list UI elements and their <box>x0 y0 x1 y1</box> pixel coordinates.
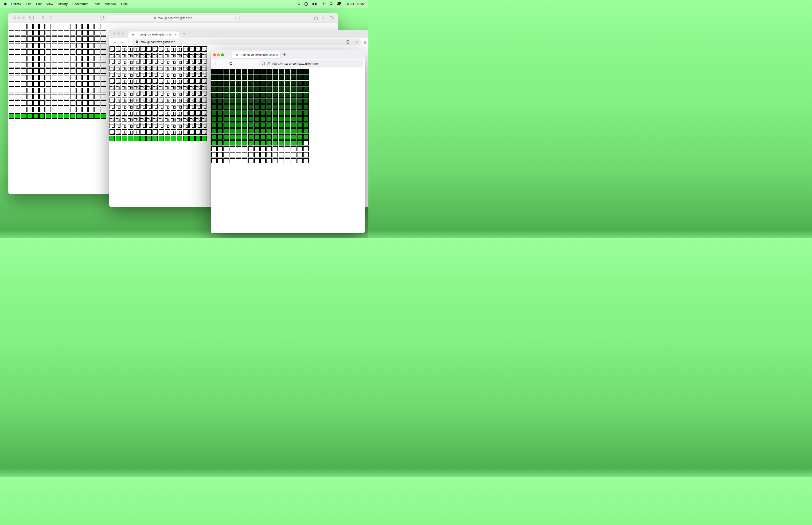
extensions-puzzle-icon[interactable] <box>363 38 367 46</box>
safari-address-bar[interactable]: max-gl-contexts.glitch.me <box>106 15 240 21</box>
forward-icon[interactable] <box>49 15 52 20</box>
broken-image-cell: ×v <box>201 52 207 58</box>
canvas-cell <box>279 87 284 92</box>
privacy-shield-icon[interactable] <box>100 15 104 20</box>
tab-overview-icon[interactable] <box>330 15 334 20</box>
canvas-cell <box>236 152 241 157</box>
chevron-down-icon[interactable] <box>36 17 39 18</box>
close-button[interactable] <box>213 53 216 56</box>
menu-view[interactable]: View <box>44 2 56 6</box>
canvas-cell <box>9 43 14 48</box>
menu-window[interactable]: Window <box>103 2 119 6</box>
canvas-cell <box>236 87 241 92</box>
broken-image-cell: ×v <box>122 72 127 77</box>
canvas-cell <box>46 81 51 87</box>
wifi-icon[interactable] <box>322 2 326 5</box>
minimize-button[interactable] <box>217 53 220 56</box>
menu-file[interactable]: File <box>24 2 34 6</box>
new-tab-icon[interactable]: + <box>183 31 186 37</box>
reload-icon[interactable] <box>126 38 130 46</box>
broken-image-cell: ×v <box>165 97 170 103</box>
reload-icon[interactable] <box>234 16 238 19</box>
chrome-address-bar[interactable]: max-gl-contexts.glitch.me ☆ <box>132 39 362 45</box>
broken-image-cell: ×v <box>147 97 152 103</box>
menu-time[interactable]: 10:32 <box>357 2 365 6</box>
canvas-cell <box>291 75 296 80</box>
apple-menu-icon[interactable] <box>4 2 7 6</box>
chrome-tab[interactable]: ∞ max-gl-contexts.glitch.me × <box>128 31 179 38</box>
canvas-cell <box>39 75 45 80</box>
broken-image-cell: ×v <box>177 78 182 84</box>
canvas-cell <box>70 88 75 93</box>
battery-charging-icon[interactable] <box>312 3 318 5</box>
play-badge-icon[interactable] <box>304 2 308 6</box>
canvas-cell <box>46 88 51 93</box>
menu-history[interactable]: History <box>56 2 70 6</box>
canvas-cell <box>88 30 94 35</box>
menu-help[interactable]: Help <box>119 2 130 6</box>
minimize-button[interactable] <box>18 16 20 19</box>
firefox-tab[interactable]: ∞ max-gl-contexts.glitch.me/ × <box>232 51 280 58</box>
zoom-button[interactable] <box>121 32 124 35</box>
zoom-button[interactable] <box>22 16 25 19</box>
broken-image-cell: ×v <box>189 97 195 103</box>
canvas-cell <box>285 140 290 146</box>
canvas-cell <box>52 100 57 106</box>
broken-image-cell: ×v <box>165 117 170 122</box>
broken-image-cell: ×v <box>201 72 207 77</box>
spotlight-search-icon[interactable] <box>330 2 333 6</box>
canvas-cell <box>297 99 302 104</box>
minimize-button[interactable] <box>117 32 120 35</box>
safari-canvas-grid <box>9 24 107 120</box>
canvas-cell <box>70 107 75 112</box>
canvas-cell <box>254 128 260 134</box>
canvas-cell <box>211 75 217 80</box>
google-g-icon[interactable]: G <box>298 2 301 6</box>
menu-date[interactable]: 26 Jul <box>346 2 354 6</box>
broken-image-cell: ×v <box>189 78 195 84</box>
broken-image-cell: ×v <box>134 117 139 122</box>
reload-icon[interactable] <box>229 59 233 68</box>
back-icon[interactable]: ← <box>214 59 218 68</box>
menu-app-name[interactable]: Firefox <box>8 2 24 6</box>
canvas-cell <box>297 158 302 163</box>
back-icon[interactable] <box>42 15 45 20</box>
canvas-cell <box>260 104 266 109</box>
canvas-cell <box>248 87 254 92</box>
canvas-cell <box>297 116 302 121</box>
broken-image-cell: ×v <box>134 129 139 135</box>
canvas-cell <box>254 152 260 157</box>
broken-image-cell: ×v <box>128 110 133 116</box>
tab-close-icon[interactable]: × <box>174 33 177 37</box>
canvas-cell <box>94 75 100 80</box>
firefox-window: ∞ max-gl-contexts.glitch.me/ × + ← → htt… <box>211 50 365 234</box>
broken-image-cell: ×v <box>116 91 121 96</box>
close-button[interactable] <box>13 16 16 19</box>
close-button[interactable] <box>113 32 116 35</box>
firefox-address-bar[interactable]: https://max-gl-contexts.glitch.me <box>259 60 363 67</box>
sidebar-icon[interactable] <box>29 16 34 19</box>
forward-icon[interactable]: → <box>120 38 124 46</box>
menu-edit[interactable]: Edit <box>34 2 44 6</box>
broken-image-cell: ×v <box>109 46 115 52</box>
share-icon[interactable] <box>346 40 350 44</box>
menu-tools[interactable]: Tools <box>91 2 103 6</box>
canvas-cell <box>230 146 235 151</box>
canvas-cell <box>9 81 14 87</box>
menu-bookmarks[interactable]: Bookmarks <box>70 2 91 6</box>
new-tab-icon[interactable]: + <box>322 15 325 21</box>
share-icon[interactable] <box>314 15 318 20</box>
new-tab-icon[interactable]: + <box>283 52 286 57</box>
bookmark-star-icon[interactable]: ☆ <box>355 40 358 44</box>
forward-icon[interactable]: → <box>221 59 226 68</box>
canvas-cell <box>27 81 32 87</box>
back-icon[interactable]: ← <box>113 38 117 46</box>
tab-close-icon[interactable]: × <box>276 53 278 57</box>
canvas-cell <box>88 56 94 61</box>
canvas-cell <box>134 136 139 141</box>
control-center-icon[interactable] <box>337 2 341 6</box>
canvas-cell <box>291 158 296 163</box>
canvas-cell <box>285 110 290 116</box>
broken-image-cell: ×v <box>134 52 139 58</box>
zoom-button[interactable] <box>221 53 224 56</box>
